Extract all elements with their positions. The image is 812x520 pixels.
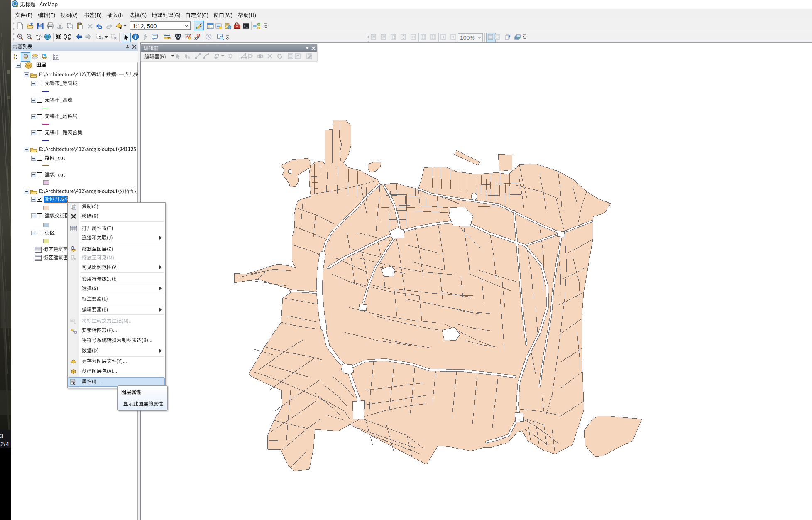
svg-text:A: A	[188, 56, 190, 59]
svg-text:1:1: 1:1	[411, 36, 416, 39]
svg-text:A: A	[71, 319, 73, 322]
svg-text:XY: XY	[194, 37, 199, 40]
